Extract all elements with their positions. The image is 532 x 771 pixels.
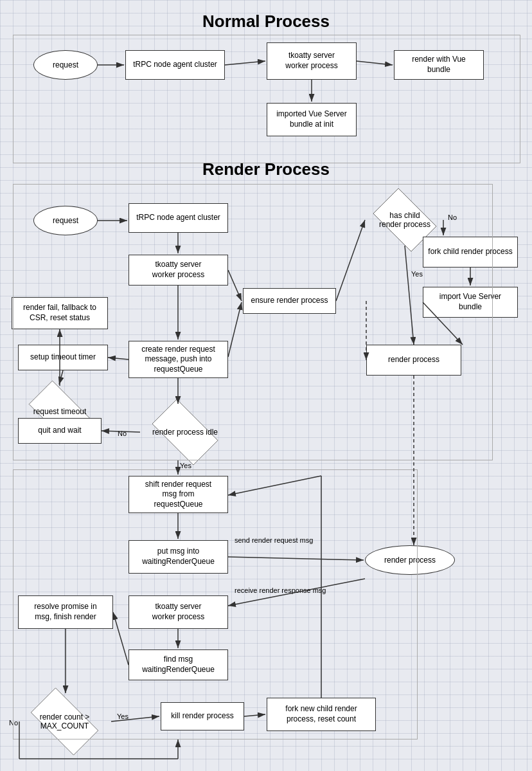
render-count-diamond: render count > MAX_COUNT <box>18 694 111 748</box>
yes-label-render-idle: Yes <box>180 462 191 469</box>
render-tkoatty-box: tkoatty server worker process <box>129 255 228 286</box>
svg-line-8 <box>228 270 242 301</box>
request-timeout-diamond: request timeout <box>18 386 102 437</box>
no-label-render-count: No <box>9 719 18 727</box>
svg-line-17 <box>59 370 63 385</box>
normal-process-title: Normal Process <box>0 12 532 32</box>
ensure-render-box: ensure render process <box>243 288 336 314</box>
normal-render-vue-box: render with Vue bundle <box>394 50 484 80</box>
render-process-top-box: render process <box>366 345 461 376</box>
setup-timeout-box: setup timeout timer <box>18 345 108 370</box>
kill-render-box: kill render process <box>161 702 244 730</box>
import-vue-box: import Vue Server bundle <box>423 287 518 318</box>
svg-line-26 <box>113 612 129 665</box>
yes-label-render-count: Yes <box>117 712 129 720</box>
svg-line-9 <box>228 302 242 357</box>
no-label-render-idle: No <box>118 430 127 437</box>
yes-label-has-child: Yes <box>411 270 423 278</box>
svg-line-34 <box>228 476 321 495</box>
render-process-title: Render Process <box>0 159 532 179</box>
find-msg-box: find msg waitingRenderQueue <box>129 649 228 680</box>
create-render-msg-box: create render request message, push into… <box>129 341 228 378</box>
shift-render-box: shift render request msg from requestQue… <box>129 476 228 513</box>
normal-request-oval: request <box>33 50 98 80</box>
diagram-container: Normal Process request tRPC node agent c… <box>0 0 532 771</box>
send-label: send render request msg <box>235 536 313 544</box>
svg-line-23 <box>228 557 364 560</box>
put-msg-box: put msg into waitingRenderQueue <box>129 540 228 574</box>
render-request-oval: request <box>33 206 98 235</box>
receive-label: receive render response msg <box>235 586 326 594</box>
svg-line-3 <box>357 61 393 65</box>
has-child-diamond-container: has child render process <box>366 194 443 246</box>
svg-line-29 <box>244 714 265 716</box>
no-label-has-child: No <box>448 213 457 221</box>
svg-line-10 <box>336 220 365 301</box>
normal-imported-vue-box: imported Vue Server bundle at init <box>267 103 357 136</box>
render-idle-diamond: render process idle <box>140 405 230 459</box>
render-process-oval: render process <box>365 545 455 575</box>
svg-line-14 <box>405 246 414 345</box>
resolve-promise-box: resolve promise in msg, finish render <box>18 595 113 629</box>
fork-new-child-box: fork new child render process, reset cou… <box>267 698 376 731</box>
render-fail-box: render fail, fallback to CSR, reset stat… <box>12 297 108 329</box>
svg-line-2 <box>225 61 265 65</box>
normal-tkoatty-box: tkoatty server worker process <box>267 42 357 80</box>
normal-trpc-box: tRPC node agent cluster <box>125 50 225 80</box>
svg-line-16 <box>108 358 129 359</box>
render-trpc-box: tRPC node agent cluster <box>129 203 228 233</box>
tkoatty-server2-box: tkoatty server worker process <box>129 595 228 629</box>
